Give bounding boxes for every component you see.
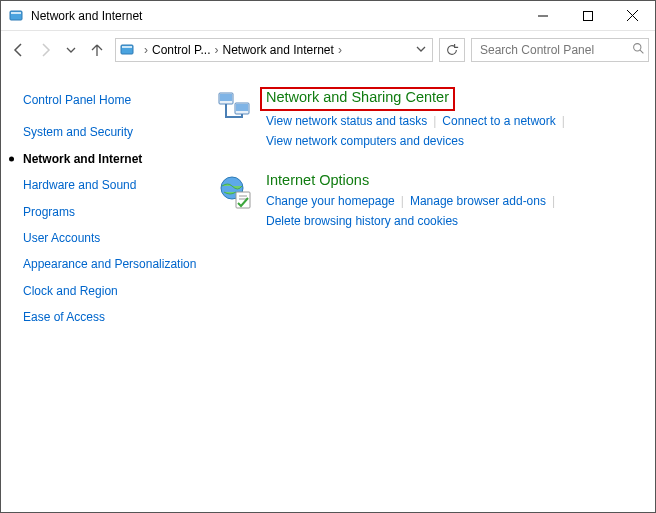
category-title-link[interactable]: Internet Options bbox=[266, 172, 369, 188]
window-title: Network and Internet bbox=[31, 9, 142, 23]
svg-rect-7 bbox=[122, 46, 132, 48]
titlebar: Network and Internet bbox=[1, 1, 655, 31]
main-content: Network and Sharing Center View network … bbox=[206, 69, 655, 512]
chevron-right-icon[interactable]: › bbox=[210, 43, 222, 57]
sidebar-item-network-internet[interactable]: Network and Internet bbox=[23, 146, 198, 172]
task-link[interactable]: Change your homepage bbox=[266, 194, 395, 208]
sidebar-item-programs[interactable]: Programs bbox=[23, 199, 198, 225]
sidebar-item-ease-of-access[interactable]: Ease of Access bbox=[23, 304, 198, 330]
sidebar-item-system-security[interactable]: System and Security bbox=[23, 119, 198, 145]
minimize-button[interactable] bbox=[520, 1, 565, 31]
forward-button[interactable] bbox=[33, 38, 57, 62]
category-internet-options: Internet Options Change your homepage|Ma… bbox=[216, 172, 639, 232]
address-icon bbox=[120, 42, 136, 58]
sidebar-item-clock-region[interactable]: Clock and Region bbox=[23, 278, 198, 304]
svg-rect-3 bbox=[583, 11, 592, 20]
sidebar-item-user-accounts[interactable]: User Accounts bbox=[23, 225, 198, 251]
svg-line-9 bbox=[640, 50, 643, 53]
search-box[interactable] bbox=[471, 38, 649, 62]
chevron-right-icon[interactable]: › bbox=[140, 43, 152, 57]
highlight-box: Network and Sharing Center bbox=[260, 87, 455, 111]
control-panel-icon bbox=[9, 8, 25, 24]
toolbar: › Control P... › Network and Internet › bbox=[1, 31, 655, 69]
category-network-sharing: Network and Sharing Center View network … bbox=[216, 87, 639, 152]
network-sharing-icon bbox=[216, 87, 256, 127]
svg-rect-1 bbox=[11, 12, 21, 14]
svg-rect-15 bbox=[236, 192, 250, 208]
task-link[interactable]: View network status and tasks bbox=[266, 114, 427, 128]
breadcrumb-part[interactable]: Network and Internet bbox=[222, 43, 333, 57]
sidebar-item-appearance[interactable]: Appearance and Personalization bbox=[23, 251, 198, 277]
breadcrumb-part[interactable]: Control P... bbox=[152, 43, 210, 57]
up-button[interactable] bbox=[85, 38, 109, 62]
recent-dropdown[interactable] bbox=[59, 38, 83, 62]
address-dropdown-icon[interactable] bbox=[414, 43, 428, 57]
back-button[interactable] bbox=[7, 38, 31, 62]
task-link[interactable]: Connect to a network bbox=[442, 114, 555, 128]
internet-options-icon bbox=[216, 172, 256, 212]
task-link[interactable]: Delete browsing history and cookies bbox=[266, 214, 458, 228]
close-button[interactable] bbox=[610, 1, 655, 31]
search-icon[interactable] bbox=[632, 42, 645, 58]
svg-rect-11 bbox=[220, 94, 232, 101]
task-link[interactable]: View network computers and devices bbox=[266, 134, 464, 148]
svg-point-8 bbox=[634, 44, 641, 51]
svg-rect-13 bbox=[236, 104, 248, 111]
refresh-button[interactable] bbox=[439, 38, 465, 62]
sidebar: Control Panel Home System and Security N… bbox=[1, 69, 206, 512]
address-bar[interactable]: › Control P... › Network and Internet › bbox=[115, 38, 433, 62]
sidebar-item-hardware-sound[interactable]: Hardware and Sound bbox=[23, 172, 198, 198]
search-input[interactable] bbox=[478, 42, 632, 58]
category-title-link[interactable]: Network and Sharing Center bbox=[266, 89, 449, 105]
maximize-button[interactable] bbox=[565, 1, 610, 31]
sidebar-home[interactable]: Control Panel Home bbox=[23, 87, 198, 113]
chevron-right-icon[interactable]: › bbox=[334, 43, 346, 57]
task-link[interactable]: Manage browser add-ons bbox=[410, 194, 546, 208]
